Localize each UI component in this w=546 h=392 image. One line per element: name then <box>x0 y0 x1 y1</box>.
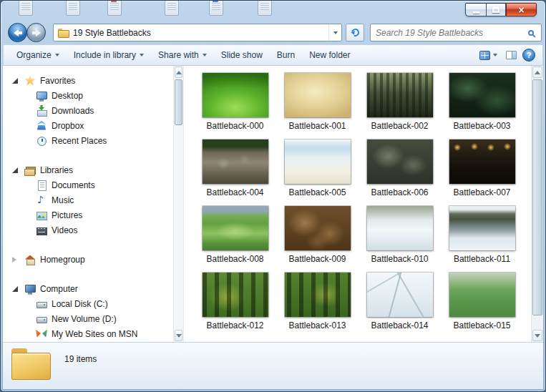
sidebar-item-new-volume-d[interactable]: New Volume (D:) <box>3 311 173 326</box>
desktop-shortcut-icon <box>258 0 272 16</box>
sidebar-item-msn-websites[interactable]: My Web Sites on MSN <box>3 326 173 341</box>
file-thumbnail[interactable] <box>449 206 515 250</box>
star-icon <box>24 75 36 87</box>
file-thumbnail[interactable] <box>285 273 351 317</box>
file-item[interactable]: Battleback-006 <box>359 139 441 206</box>
file-item[interactable]: Battleback-008 <box>194 206 276 273</box>
scroll-up-button[interactable] <box>175 67 182 78</box>
homegroup-section: Homegroup <box>3 252 173 267</box>
new-folder-button[interactable]: New folder <box>302 47 357 63</box>
organize-button[interactable]: Organize <box>9 47 67 63</box>
file-thumbnail[interactable] <box>367 73 433 117</box>
file-item[interactable]: Battleback-013 <box>276 273 359 339</box>
file-thumbnail[interactable] <box>203 139 268 184</box>
file-item[interactable]: Battleback-004 <box>194 139 276 206</box>
file-item[interactable]: Battleback-011 <box>441 206 523 273</box>
file-thumbnail[interactable] <box>203 206 268 250</box>
sidebar-item-pictures[interactable]: Pictures <box>3 207 173 222</box>
forward-icon <box>32 29 41 36</box>
sidebar-item-homegroup[interactable]: Homegroup <box>3 252 173 267</box>
sidebar-item-computer[interactable]: Computer <box>3 281 173 296</box>
downloads-icon <box>36 105 47 117</box>
file-item[interactable]: Battleback-000 <box>194 73 276 139</box>
toolbar-right-group: ? <box>477 49 537 62</box>
file-item[interactable]: Battleback-010 <box>359 206 441 273</box>
sidebar-item-music[interactable]: Music <box>3 192 173 207</box>
file-item[interactable]: Battleback-014 <box>359 273 441 339</box>
msn-websites-label: My Web Sites on MSN <box>52 329 137 339</box>
file-thumbnail[interactable] <box>285 73 351 117</box>
scrollbar-thumb[interactable] <box>532 79 542 315</box>
triangle-up-icon <box>535 71 540 74</box>
slide-show-button[interactable]: Slide show <box>214 47 270 63</box>
file-thumbnail[interactable] <box>367 206 433 250</box>
file-item[interactable]: Battleback-003 <box>441 73 523 139</box>
file-thumbnail[interactable] <box>285 206 351 250</box>
close-button[interactable]: × <box>506 3 537 16</box>
caption-buttons: × <box>465 3 537 16</box>
file-thumbnail[interactable] <box>449 273 515 317</box>
scroll-down-button[interactable] <box>175 330 182 341</box>
burn-button[interactable]: Burn <box>270 47 302 63</box>
favorites-label: Favorites <box>40 76 75 86</box>
forward-button[interactable] <box>26 23 46 42</box>
sidebar-item-documents[interactable]: Documents <box>3 177 173 192</box>
file-thumbnail[interactable] <box>203 273 268 317</box>
msn-icon <box>36 328 47 340</box>
change-view-button[interactable] <box>477 49 500 62</box>
sidebar-item-downloads[interactable]: Downloads <box>3 103 173 118</box>
sidebar-item-recent-places[interactable]: Recent Places <box>3 133 173 148</box>
sidebar-item-local-disk-c[interactable]: Local Disk (C:) <box>3 296 173 311</box>
include-in-library-button[interactable]: Include in library <box>67 47 151 63</box>
file-thumbnail[interactable] <box>367 273 433 317</box>
explorer-window: × 19 Style Battlebacks Search 19 Style B… <box>0 0 546 392</box>
scroll-up-button[interactable] <box>532 67 542 78</box>
dropbox-label: Dropbox <box>52 121 84 131</box>
file-item[interactable]: Battleback-009 <box>276 206 359 273</box>
file-thumbnail[interactable] <box>449 139 515 184</box>
sidebar-item-libraries[interactable]: Libraries <box>3 162 173 177</box>
minimize-button[interactable] <box>465 3 486 16</box>
file-thumbnail[interactable] <box>285 139 351 184</box>
sidebar-item-desktop[interactable]: Desktop <box>3 88 173 103</box>
maximize-button[interactable] <box>486 3 506 16</box>
address-bar[interactable]: 19 Style Battlebacks <box>53 24 342 41</box>
help-button[interactable]: ? <box>522 49 535 62</box>
file-item[interactable]: Battleback-015 <box>441 273 523 339</box>
file-thumbnail[interactable] <box>449 73 515 117</box>
file-thumbnail[interactable] <box>203 73 268 117</box>
file-list-area: Battleback-000 Battleback-001 Battleback… <box>184 66 531 342</box>
expand-collapse-icon[interactable] <box>12 78 18 84</box>
expand-collapse-icon[interactable] <box>12 167 18 173</box>
sidebar-item-favorites[interactable]: Favorites <box>3 73 173 88</box>
expand-collapse-icon[interactable] <box>12 286 18 292</box>
file-item[interactable]: Battleback-012 <box>194 273 276 339</box>
expand-collapse-icon[interactable] <box>12 257 16 263</box>
file-thumbnail[interactable] <box>367 139 433 184</box>
search-placeholder: Search 19 Style Battlebacks <box>376 28 528 38</box>
file-item[interactable]: Battleback-005 <box>276 139 359 206</box>
file-name: Battleback-008 <box>206 254 263 264</box>
burn-label: Burn <box>277 50 295 60</box>
slide-show-label: Slide show <box>221 50 263 60</box>
sidebar-item-videos[interactable]: Videos <box>3 222 173 237</box>
file-grid: Battleback-000 Battleback-001 Battleback… <box>184 66 531 339</box>
file-item[interactable]: Battleback-001 <box>276 73 359 139</box>
file-item[interactable]: Battleback-007 <box>441 139 523 206</box>
scrollbar-thumb[interactable] <box>175 79 182 125</box>
documents-icon <box>36 180 47 191</box>
share-with-button[interactable]: Share with <box>151 47 214 63</box>
back-button[interactable] <box>8 23 27 42</box>
search-box[interactable]: Search 19 Style Battlebacks <box>370 24 542 41</box>
preview-pane-button[interactable] <box>506 51 517 59</box>
file-item[interactable]: Battleback-002 <box>359 73 441 139</box>
content-scrollbar[interactable] <box>531 66 543 342</box>
address-dropdown-button[interactable] <box>328 24 341 41</box>
sidebar-item-dropbox[interactable]: Dropbox <box>3 118 173 133</box>
sidebar-scrollbar[interactable] <box>173 66 184 342</box>
dropbox-icon <box>36 120 47 132</box>
computer-label: Computer <box>40 284 78 294</box>
search-icon <box>528 30 534 36</box>
scroll-down-button[interactable] <box>532 330 542 341</box>
refresh-button[interactable] <box>346 24 364 41</box>
